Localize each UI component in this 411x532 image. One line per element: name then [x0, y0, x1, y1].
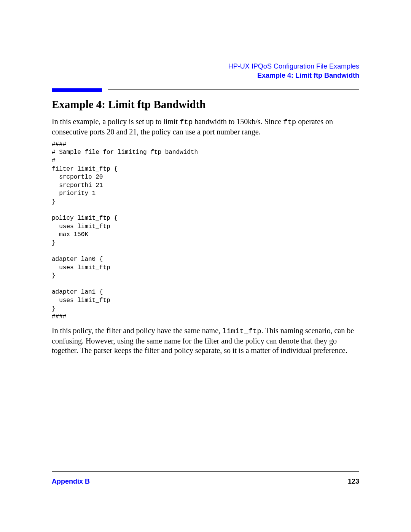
outro-text-a: In this policy, the filter and policy ha…: [52, 326, 222, 335]
intro-text-b: bandwidth to 150kb/s. Since: [193, 117, 283, 126]
running-header: HP-UX IPQoS Configuration File Examples …: [228, 62, 359, 80]
page-number: 123: [348, 478, 359, 486]
header-chapter: HP-UX IPQoS Configuration File Examples: [228, 62, 359, 71]
page: HP-UX IPQoS Configuration File Examples …: [0, 0, 411, 532]
footer-appendix: Appendix B: [52, 478, 90, 486]
code-block: #### # Sample file for limiting ftp band…: [52, 141, 359, 321]
section-title: Example 4: Limit ftp Bandwidth: [52, 98, 359, 111]
header-section: Example 4: Limit ftp Bandwidth: [228, 71, 359, 80]
intro-paragraph: In this example, a policy is set up to l…: [52, 117, 359, 137]
footer: Appendix B 123: [52, 471, 359, 486]
header-rule-line: [108, 89, 359, 90]
inline-code-ftp-1: ftp: [180, 118, 193, 126]
footer-row: Appendix B 123: [52, 478, 359, 486]
header-rule-accent: [52, 88, 102, 92]
content-area: Example 4: Limit ftp Bandwidth In this e…: [52, 98, 359, 359]
inline-code-ftp-2: ftp: [283, 118, 296, 126]
inline-code-limit-ftp: limit_ftp: [222, 327, 261, 335]
footer-rule: [52, 471, 359, 472]
header-rule: [52, 88, 359, 92]
intro-text-a: In this example, a policy is set up to l…: [52, 117, 180, 126]
outro-paragraph: In this policy, the filter and policy ha…: [52, 326, 359, 355]
